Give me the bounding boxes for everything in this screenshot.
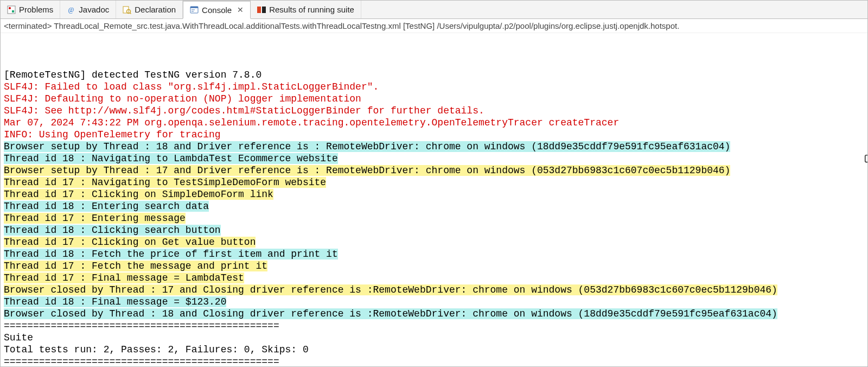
console-line: Thread id 17 : Entering message (4, 212, 864, 224)
console-output[interactable]: [RemoteTestNG] detected TestNG version 7… (1, 33, 867, 367)
svg-rect-2 (12, 10, 14, 12)
declaration-icon (123, 5, 131, 14)
console-icon (190, 5, 199, 14)
svg-line-6 (130, 12, 131, 14)
console-line: Thread id 17 : Clicking on Get value but… (4, 236, 864, 248)
console-line: Thread id 17 : Clicking on SimpleDemoFor… (4, 188, 864, 200)
tab-label: Problems (19, 5, 53, 14)
console-line: Thread id 17 : Navigating to TestSimpleD… (4, 176, 864, 188)
console-line: Thread id 18 : Clicking search button (4, 224, 864, 236)
console-line: Total tests run: 2, Passes: 2, Failures:… (4, 344, 864, 356)
close-icon[interactable]: ✕ (237, 5, 244, 14)
console-line: SLF4J: Defaulting to no-operation (NOP) … (4, 93, 864, 105)
testng-icon (257, 5, 266, 14)
tab-javadoc[interactable]: @ Javadoc (60, 1, 116, 18)
console-line: SLF4J: Failed to load class "org.slf4j.i… (4, 81, 864, 93)
tab-problems[interactable]: Problems (1, 1, 60, 18)
console-line: Thread id 18 : Final message = $123.20 (4, 296, 864, 308)
console-line: SLF4J: See http://www.slf4j.org/codes.ht… (4, 105, 864, 117)
tab-label: Declaration (135, 5, 176, 14)
svg-rect-11 (257, 7, 261, 13)
problems-icon (7, 5, 16, 14)
svg-rect-13 (865, 155, 868, 162)
tab-label: Results of running suite (269, 5, 354, 14)
pin-console-icon[interactable] (840, 142, 852, 154)
tab-declaration[interactable]: Declaration (116, 1, 183, 18)
tab-console[interactable]: Console ✕ (183, 1, 251, 19)
console-line: Thread id 18 : Entering search data (4, 200, 864, 212)
console-line: Browser setup by Thread : 17 and Driver … (4, 164, 864, 176)
console-line: INFO: Using OpenTelemetry for tracing (4, 129, 864, 141)
tab-label: Javadoc (79, 5, 109, 14)
console-line: ========================================… (4, 356, 864, 367)
console-line: Browser closed by Thread : 17 and Closin… (4, 284, 864, 296)
console-line: Thread id 18 : Navigating to LambdaTest … (4, 153, 864, 164)
console-line: [RemoteTestNG] detected TestNG version 7… (4, 69, 864, 81)
console-line: ========================================… (4, 320, 864, 332)
javadoc-icon: @ (67, 5, 75, 14)
svg-text:@: @ (68, 6, 74, 14)
console-line: Thread id 17 : Fetch the message and pri… (4, 260, 864, 272)
process-description: <terminated> ThreadLocal_Remote_src.test… (1, 19, 867, 33)
tab-results-suite[interactable]: Results of running suite (251, 1, 361, 18)
console-line: Thread id 17 : Final message = LambdaTes… (4, 272, 864, 284)
tab-label: Console (202, 5, 232, 15)
console-line: Mar 07, 2024 7:43:22 PM org.openqa.selen… (4, 117, 864, 129)
view-tabs: Problems @ Javadoc Declaration Console ✕… (1, 1, 867, 19)
console-line: Thread id 18 : Fetch the price of first … (4, 248, 864, 260)
svg-point-1 (9, 7, 11, 9)
svg-rect-8 (190, 7, 198, 8)
console-line: Browser closed by Thread : 18 and Closin… (4, 308, 864, 320)
svg-rect-12 (262, 7, 266, 13)
console-line: Suite (4, 332, 864, 344)
console-line: Browser setup by Thread : 18 and Driver … (4, 141, 864, 153)
